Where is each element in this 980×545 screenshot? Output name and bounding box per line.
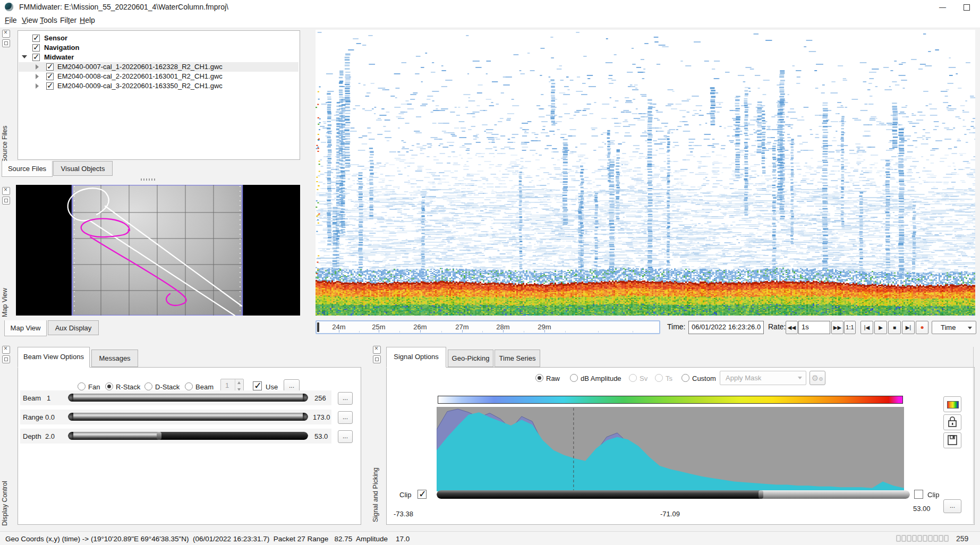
lock-button[interactable] <box>943 414 961 430</box>
menu-file[interactable]: File <box>5 16 17 24</box>
apply-mask-value: Apply Mask <box>726 374 761 382</box>
menu-view[interactable]: View <box>22 16 38 24</box>
clip-right-label: Clip <box>927 491 939 499</box>
expander-right-icon[interactable] <box>36 83 39 89</box>
tree-item-file2[interactable]: EM2040-0008-cal_2-20220601-163001_R2_CH1… <box>57 72 223 80</box>
chevron-down-icon <box>798 377 802 379</box>
navigation-checkbox[interactable] <box>32 44 40 52</box>
menu-bar: File View Tools Filter Help <box>0 14 980 28</box>
float-dock-icon[interactable] <box>2 355 10 363</box>
clip-left-label: Clip <box>399 491 411 499</box>
tree-item-navigation[interactable]: Navigation <box>44 44 79 52</box>
colormap-button[interactable] <box>943 396 961 412</box>
close-dock-icon[interactable] <box>373 346 381 354</box>
minimize-button[interactable]: — <box>931 0 955 14</box>
map-view[interactable] <box>16 185 300 316</box>
beam-radio[interactable] <box>185 382 193 390</box>
file1-checkbox[interactable] <box>46 63 54 71</box>
expander-right-icon[interactable] <box>36 64 39 70</box>
map-canvas <box>16 185 300 316</box>
range-slider-max: 173.0 <box>313 413 330 421</box>
lock-icon <box>944 415 961 430</box>
midwater-checkbox[interactable] <box>32 54 40 61</box>
time-input[interactable]: 06/01/2022 16:23:26.0 <box>688 321 764 334</box>
menu-help[interactable]: Help <box>80 16 95 24</box>
fan-radio[interactable] <box>78 382 86 390</box>
tab-signal-options[interactable]: Signal Options <box>386 347 446 368</box>
range-slider[interactable] <box>68 413 308 421</box>
custom-radio[interactable] <box>681 374 689 382</box>
splitter-handle[interactable] <box>141 178 157 181</box>
file2-checkbox[interactable] <box>46 73 54 80</box>
depth-slider[interactable] <box>68 432 308 440</box>
sensor-checkbox[interactable] <box>32 35 40 42</box>
colormap-gradient-bar[interactable] <box>438 396 903 404</box>
range-slider-more-button[interactable]: ... <box>338 411 353 424</box>
water-column-echogram[interactable] <box>316 30 975 316</box>
menu-tools[interactable]: Tools <box>40 16 57 24</box>
clip-mid-value: -71.09 <box>660 510 680 518</box>
play-button[interactable]: ▶ <box>874 321 887 334</box>
float-dock-icon[interactable] <box>2 39 10 47</box>
menu-filter[interactable]: Filter <box>60 16 76 24</box>
tab-aux-display[interactable]: Aux Display <box>48 320 99 335</box>
sv-radio[interactable] <box>629 374 637 382</box>
rate-1to1-button[interactable]: 1:1 <box>844 321 856 334</box>
tab-visual-objects[interactable]: Visual Objects <box>53 161 113 176</box>
apply-mask-dropdown[interactable]: Apply Mask <box>720 371 806 385</box>
rstack-radio-label: R-Stack <box>116 383 140 391</box>
record-button[interactable]: ● <box>916 321 928 334</box>
clip-left-checkbox[interactable] <box>417 490 427 499</box>
float-dock-icon[interactable] <box>2 197 10 205</box>
rate-decrease-button[interactable]: ◀◀ <box>786 321 798 334</box>
time-mode-dropdown[interactable]: Time <box>932 321 976 334</box>
close-dock-icon[interactable] <box>2 346 10 354</box>
clip-slider-handle[interactable] <box>759 490 763 499</box>
use-checkbox[interactable] <box>253 381 262 390</box>
close-dock-icon[interactable] <box>2 187 10 195</box>
ts-radio[interactable] <box>655 374 663 382</box>
beam-slider-more-button[interactable]: ... <box>338 392 353 405</box>
tab-time-series[interactable]: Time Series <box>495 350 540 367</box>
time-mode-value: Time <box>941 323 956 331</box>
depth-slider-handle[interactable] <box>157 432 161 440</box>
expander-right-icon[interactable] <box>36 74 39 79</box>
depth-slider-min: 2.0 <box>45 432 55 440</box>
tab-beam-view-options[interactable]: Beam View Options <box>18 347 90 368</box>
file3-checkbox[interactable] <box>46 82 54 90</box>
tab-messages[interactable]: Messages <box>91 350 138 367</box>
rate-increase-button[interactable]: ▶▶ <box>831 321 843 334</box>
title-bar: FMMidwater: E:\Mission_55_20220601_4\Wat… <box>0 0 980 15</box>
expander-down-icon[interactable] <box>22 55 27 58</box>
maximize-button[interactable] <box>955 0 978 14</box>
clip-range-slider[interactable] <box>437 490 910 499</box>
go-to-start-button[interactable]: |◀ <box>860 321 873 334</box>
tree-item-file1[interactable]: EM2040-0007-cal_1-20220601-162328_R2_CH1… <box>57 63 223 71</box>
tree-item-midwater[interactable]: Midwater <box>44 53 74 61</box>
source-files-vertical-label: Source Files <box>1 115 8 163</box>
depth-slider-more-button[interactable]: ... <box>338 430 353 443</box>
raw-radio[interactable] <box>535 374 543 382</box>
tab-geo-picking[interactable]: Geo-Picking <box>448 350 493 367</box>
timeline-ruler[interactable]: 24m 25m 26m 27m 28m 29m <box>316 320 660 334</box>
rstack-radio[interactable] <box>105 382 113 390</box>
clip-more-button[interactable]: ... <box>943 499 961 513</box>
tree-item-sensor[interactable]: Sensor <box>44 34 67 42</box>
close-dock-icon[interactable] <box>2 30 10 38</box>
save-button[interactable] <box>943 432 961 448</box>
tab-map-view[interactable]: Map View <box>4 320 47 336</box>
stop-button[interactable]: ■ <box>888 321 901 334</box>
float-dock-icon[interactable] <box>373 355 381 363</box>
tab-source-files[interactable]: Source Files <box>2 161 53 177</box>
beam-slider[interactable] <box>68 394 308 402</box>
db-amplitude-radio[interactable] <box>570 374 578 382</box>
go-to-end-button[interactable]: ▶| <box>902 321 915 334</box>
signal-histogram[interactable] <box>437 407 904 491</box>
clip-right-checkbox[interactable] <box>914 490 923 499</box>
dstack-radio[interactable] <box>144 382 152 390</box>
tree-item-file3[interactable]: EM2040-0009-cal_3-20220601-163350_R2_CH1… <box>57 82 223 90</box>
fan-radio-label: Fan <box>88 383 100 391</box>
rate-input[interactable]: 1s <box>798 321 830 334</box>
timeline-cursor-handle[interactable] <box>317 322 319 332</box>
mask-settings-button[interactable]: ⚙⚙ <box>809 371 825 385</box>
